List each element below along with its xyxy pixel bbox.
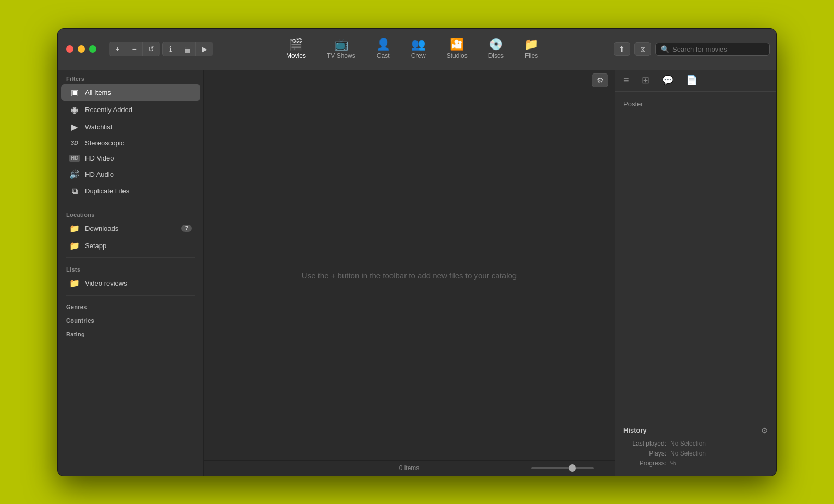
history-settings-button[interactable]: ⚙ — [761, 426, 768, 435]
video-reviews-icon: 📁 — [69, 278, 80, 288]
app-window: + − ↺ ℹ ▦ ▶ 🎬 Movies 📺 TV Shows 👤 Cas — [57, 28, 777, 476]
settings-button[interactable]: ⚙ — [592, 73, 608, 87]
minimize-button[interactable] — [78, 45, 85, 53]
sidebar-item-recently-added[interactable]: ◉ Recently Added — [61, 102, 200, 118]
last-played-row: Last played: No Selection — [623, 440, 768, 447]
tab-crew[interactable]: 👥 Crew — [401, 34, 436, 64]
sidebar-item-stereoscopic[interactable]: 3D Stereoscopic — [61, 136, 200, 150]
filter-icon: ⧖ — [640, 45, 645, 54]
add-button[interactable]: + — [109, 42, 126, 56]
right-panel-tabs: ≡ ⊞ 💬 📄 — [615, 70, 776, 91]
slider-thumb — [569, 464, 576, 472]
toolbar-left: + − ↺ ℹ ▦ ▶ — [105, 42, 217, 56]
separator-3 — [66, 295, 195, 296]
hd-video-icon: HD — [69, 155, 80, 162]
sidebar-item-setapp[interactable]: 📁 Setapp — [61, 238, 200, 254]
sidebar-item-all-items[interactable]: ▣ All Items — [61, 84, 200, 101]
watchlist-icon: ▶ — [69, 122, 80, 132]
search-icon: 🔍 — [661, 45, 669, 53]
setapp-icon: 📁 — [69, 241, 80, 251]
history-header: History ⚙ — [623, 426, 768, 435]
sidebar-item-hd-video[interactable]: HD HD Video — [61, 151, 200, 165]
titlebar: + − ↺ ℹ ▦ ▶ 🎬 Movies 📺 TV Shows 👤 Cas — [58, 29, 776, 70]
studios-icon: 🎦 — [450, 39, 464, 50]
info-button[interactable]: ℹ — [163, 42, 179, 56]
tab-comment-view[interactable]: 💬 — [660, 72, 676, 88]
tab-movies-label: Movies — [286, 52, 306, 59]
tab-movies[interactable]: 🎬 Movies — [276, 34, 316, 64]
share-button[interactable]: ⬆ — [614, 42, 630, 56]
item-count: 0 items — [399, 464, 420, 472]
search-input[interactable] — [672, 45, 764, 53]
view-button[interactable]: ▦ — [179, 42, 196, 56]
genres-header: Genres — [58, 299, 203, 312]
remove-button[interactable]: − — [126, 42, 143, 56]
play-button[interactable]: ▶ — [196, 42, 213, 56]
center-toolbar: ⚙ — [204, 70, 615, 91]
progress-row: Progress: % — [623, 460, 768, 467]
downloads-icon: 📁 — [69, 224, 80, 233]
search-box[interactable]: 🔍 — [655, 43, 770, 56]
info-view-group: ℹ ▦ ▶ — [162, 42, 213, 56]
status-bar: 0 items — [204, 460, 615, 476]
filters-header: Filters — [58, 70, 203, 84]
history-title: History — [623, 426, 647, 434]
duplicate-files-icon: ⧉ — [69, 187, 80, 196]
hd-audio-icon: 🔊 — [69, 169, 80, 179]
tab-grid-view[interactable]: ⊞ — [640, 72, 652, 88]
refresh-button[interactable]: ↺ — [143, 42, 160, 56]
sidebar-item-duplicate-files[interactable]: ⧉ Duplicate Files — [61, 183, 200, 199]
last-played-label: Last played: — [623, 440, 670, 447]
empty-state: Use the + button in the toolbar to add n… — [204, 91, 615, 460]
tab-discs-label: Discs — [488, 52, 504, 59]
sidebar-item-duplicate-files-label: Duplicate Files — [85, 187, 129, 195]
sidebar-item-watchlist[interactable]: ▶ Watchlist — [61, 119, 200, 135]
nav-tabs: 🎬 Movies 📺 TV Shows 👤 Cast 👥 Crew 🎦 Stud… — [217, 34, 607, 64]
sidebar-item-downloads[interactable]: 📁 Downloads 7 — [61, 220, 200, 237]
filter-button[interactable]: ⧖ — [634, 42, 651, 56]
poster-section: Poster — [615, 92, 776, 420]
lists-header: Lists — [58, 261, 203, 275]
maximize-button[interactable] — [89, 45, 96, 53]
tvshows-icon: 📺 — [334, 39, 348, 50]
sidebar-item-all-items-label: All Items — [85, 89, 111, 96]
zoom-slider-container — [531, 467, 594, 469]
tab-files[interactable]: 📁 Files — [514, 34, 549, 64]
tab-studios[interactable]: 🎦 Studios — [436, 34, 478, 64]
close-button[interactable] — [66, 45, 73, 53]
sidebar-item-hd-audio[interactable]: 🔊 HD Audio — [61, 166, 200, 182]
empty-message: Use the + button in the toolbar to add n… — [302, 271, 517, 280]
sidebar: Filters ▣ All Items ◉ Recently Added ▶ W… — [58, 70, 204, 476]
cast-icon: 👤 — [376, 39, 390, 50]
tab-doc-view[interactable]: 📄 — [684, 72, 700, 88]
add-remove-group: + − ↺ — [109, 42, 160, 56]
tab-tvshows-label: TV Shows — [327, 52, 355, 59]
sidebar-item-hd-audio-label: HD Audio — [85, 170, 114, 178]
all-items-icon: ▣ — [69, 88, 80, 97]
sidebar-item-setapp-label: Setapp — [85, 242, 106, 250]
movies-icon: 🎬 — [289, 39, 303, 50]
tab-cast[interactable]: 👤 Cast — [366, 34, 401, 64]
zoom-slider[interactable] — [531, 467, 594, 469]
plays-label: Plays: — [623, 450, 670, 457]
separator-1 — [66, 203, 195, 203]
history-section: History ⚙ Last played: No Selection Play… — [615, 420, 776, 476]
separator-2 — [66, 257, 195, 258]
progress-value: % — [670, 460, 676, 467]
tab-tvshows[interactable]: 📺 TV Shows — [316, 34, 366, 64]
progress-label: Progress: — [623, 460, 670, 467]
files-icon: 📁 — [524, 39, 538, 50]
stereoscopic-icon: 3D — [69, 140, 80, 146]
locations-header: Locations — [58, 206, 203, 220]
plays-row: Plays: No Selection — [623, 450, 768, 457]
sidebar-item-stereoscopic-label: Stereoscopic — [85, 139, 124, 147]
recently-added-icon: ◉ — [69, 105, 80, 115]
tab-files-label: Files — [525, 52, 538, 59]
tab-discs[interactable]: 💿 Discs — [478, 34, 514, 64]
tab-list-view[interactable]: ≡ — [621, 73, 631, 88]
sidebar-item-video-reviews[interactable]: 📁 Video reviews — [61, 275, 200, 291]
share-icon: ⬆ — [619, 45, 625, 53]
tab-crew-label: Crew — [411, 52, 426, 59]
sidebar-item-hd-video-label: HD Video — [85, 154, 114, 162]
center-panel: ⚙ Use the + button in the toolbar to add… — [204, 70, 615, 476]
